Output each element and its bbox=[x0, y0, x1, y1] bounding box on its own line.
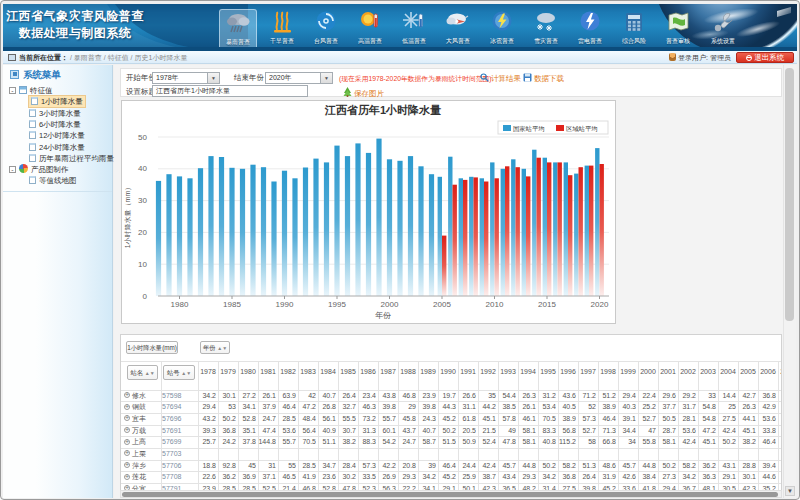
svg-text:2015: 2015 bbox=[538, 300, 556, 309]
svg-text:2000: 2000 bbox=[381, 300, 399, 309]
svg-text:1980: 1980 bbox=[171, 300, 189, 309]
svg-text:0: 0 bbox=[143, 292, 148, 301]
svg-text:2005: 2005 bbox=[433, 300, 451, 309]
svg-text:年份: 年份 bbox=[375, 311, 391, 320]
svg-text:30: 30 bbox=[138, 196, 147, 205]
svg-text:40: 40 bbox=[138, 164, 147, 173]
svg-text:10: 10 bbox=[138, 260, 147, 269]
svg-text:1990: 1990 bbox=[276, 300, 294, 309]
svg-text:2020: 2020 bbox=[591, 300, 609, 309]
svg-text:20: 20 bbox=[138, 228, 147, 237]
svg-text:国家站平均: 国家站平均 bbox=[513, 125, 544, 133]
svg-text:1小时降水量（mm）: 1小时降水量（mm） bbox=[124, 184, 132, 249]
svg-text:50: 50 bbox=[138, 133, 147, 142]
svg-text:1995: 1995 bbox=[328, 300, 346, 309]
svg-text:江西省历年1小时降水量: 江西省历年1小时降水量 bbox=[324, 104, 441, 116]
svg-text:1985: 1985 bbox=[223, 300, 241, 309]
svg-text:区域站平均: 区域站平均 bbox=[566, 125, 597, 132]
svg-text:2010: 2010 bbox=[486, 300, 504, 309]
